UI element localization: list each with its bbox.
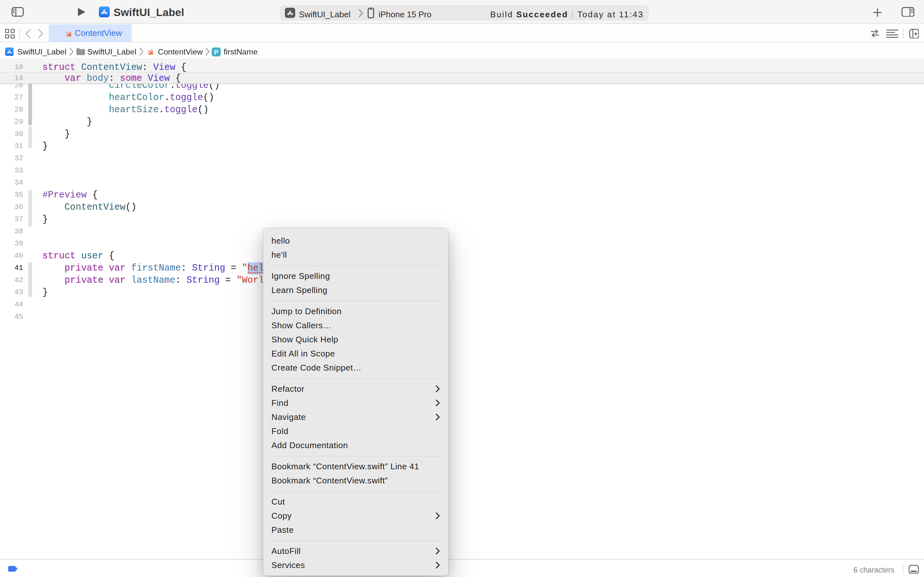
svg-text:P: P [214,48,218,55]
